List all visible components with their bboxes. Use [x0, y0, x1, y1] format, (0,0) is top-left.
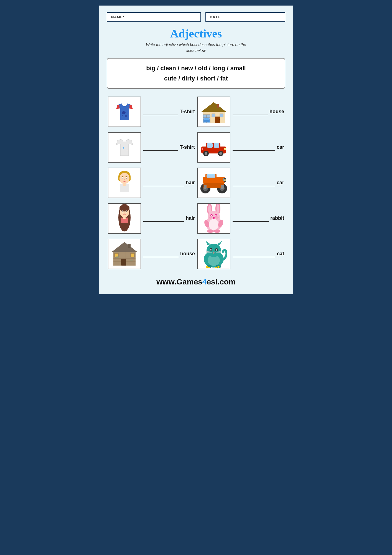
svg-rect-52 [207, 174, 215, 178]
svg-point-4 [125, 115, 127, 117]
answer-line-5-right[interactable] [233, 251, 275, 257]
svg-rect-56 [224, 180, 226, 181]
svg-text:✦: ✦ [122, 146, 125, 150]
exercise-item-5-left: house [107, 237, 196, 271]
picture-box-fat-cat [197, 239, 230, 269]
svg-point-64 [124, 213, 125, 214]
exercise-item-3-left: hair [107, 166, 196, 200]
svg-rect-48 [204, 185, 207, 189]
word-bank-line2: cute / dirty / short / fat [113, 73, 279, 84]
svg-rect-24 [207, 143, 213, 148]
svg-rect-16 [217, 104, 219, 108]
svg-marker-7 [201, 102, 226, 112]
footer-text-before: www.Games [156, 278, 202, 286]
footer: www.Games4esl.com [107, 278, 285, 286]
svg-point-84 [214, 229, 220, 233]
svg-rect-96 [131, 254, 134, 257]
label-3-right: car [277, 180, 284, 186]
word-bank: big / clean / new / old / long / small c… [107, 58, 285, 89]
label-1-left: T-shirt [180, 109, 195, 115]
svg-rect-30 [224, 148, 226, 150]
svg-rect-92 [121, 259, 126, 266]
svg-point-79 [209, 216, 212, 219]
svg-point-63 [126, 211, 127, 212]
svg-point-40 [124, 179, 125, 180]
answer-area-5-left: house [143, 251, 195, 257]
svg-point-59 [119, 205, 129, 211]
name-label: NAME: [111, 15, 124, 19]
header-row: NAME: DATE: [107, 12, 285, 22]
exercise-item-1-right: house [196, 95, 285, 129]
svg-rect-42 [123, 183, 126, 186]
label-3-left: hair [186, 180, 195, 186]
picture-box-long-hair [108, 203, 141, 234]
answer-line-3-left[interactable] [143, 180, 184, 186]
svg-point-122 [215, 267, 217, 268]
svg-point-73 [209, 219, 219, 230]
answer-line-1-left[interactable] [143, 109, 178, 115]
answer-area-1-right: house [233, 109, 284, 115]
date-label: DATE: [210, 15, 222, 19]
svg-rect-18 [204, 118, 209, 120]
svg-point-99 [130, 260, 133, 261]
exercise-item-5-right: cat [196, 237, 285, 271]
svg-point-98 [116, 256, 119, 258]
picture-box-clean-tshirt: ✦ ✦ [108, 132, 141, 163]
label-2-left: T-shirt [180, 144, 195, 151]
word-bank-line1: big / clean / new / old / long / small [113, 63, 279, 73]
picture-box-dirty-tshirt [108, 97, 141, 127]
answer-line-4-left[interactable] [143, 215, 184, 222]
footer-highlight: 4 [202, 278, 207, 286]
svg-point-83 [207, 229, 214, 233]
svg-rect-49 [221, 185, 224, 189]
answer-line-4-right[interactable] [233, 215, 269, 222]
svg-point-62 [123, 211, 123, 212]
answer-line-5-left[interactable] [143, 251, 179, 257]
answer-area-2-right: car [233, 144, 284, 151]
svg-point-78 [213, 217, 215, 218]
answer-line-3-right[interactable] [233, 180, 275, 186]
svg-point-77 [215, 215, 217, 216]
answer-area-3-right: car [233, 180, 284, 186]
answer-line-1-right[interactable] [233, 109, 268, 115]
svg-rect-55 [224, 179, 226, 180]
picture-box-short-hair [108, 168, 141, 198]
label-4-right: rabbit [270, 215, 284, 222]
footer-text-after: esl.com [207, 278, 235, 286]
answer-line-2-right[interactable] [233, 144, 275, 151]
svg-marker-91 [112, 242, 137, 252]
svg-point-13 [219, 119, 220, 120]
svg-point-39 [126, 178, 127, 178]
svg-point-5 [122, 115, 123, 116]
svg-point-35 [119, 173, 129, 184]
exercise-item-3-right: car [196, 166, 285, 200]
exercise-item-2-right: car [196, 130, 285, 164]
picture-box-big-house [197, 97, 230, 127]
label-2-right: car [277, 144, 284, 151]
svg-point-27 [205, 152, 207, 155]
page-title: Adjectives [107, 27, 285, 40]
answer-area-3-left: hair [143, 180, 195, 186]
svg-point-76 [211, 215, 212, 216]
picture-box-old-house [108, 239, 141, 269]
name-field[interactable]: NAME: [107, 12, 201, 22]
svg-rect-15 [220, 114, 223, 117]
label-1-right: house [269, 109, 284, 115]
answer-area-2-left: T-shirt [143, 144, 195, 151]
svg-rect-97 [128, 244, 131, 248]
exercise-item-4-left: hair [107, 201, 196, 235]
label-5-left: house [180, 251, 195, 257]
svg-point-111 [210, 249, 211, 250]
answer-line-2-left[interactable] [143, 144, 178, 151]
date-field[interactable]: DATE: [205, 12, 285, 22]
svg-rect-14 [212, 114, 215, 117]
svg-point-29 [219, 152, 222, 155]
exercise-item-4-right: rabbit [196, 201, 285, 235]
svg-point-38 [123, 178, 123, 178]
svg-point-120 [206, 266, 208, 268]
exercise-item-1-left: T-shirt [107, 95, 196, 129]
exercise-item-2-left: ✦ ✦ T-shirt [107, 130, 196, 164]
svg-point-3 [122, 111, 126, 114]
svg-text:✦: ✦ [126, 148, 128, 152]
label-4-left: hair [186, 215, 195, 222]
